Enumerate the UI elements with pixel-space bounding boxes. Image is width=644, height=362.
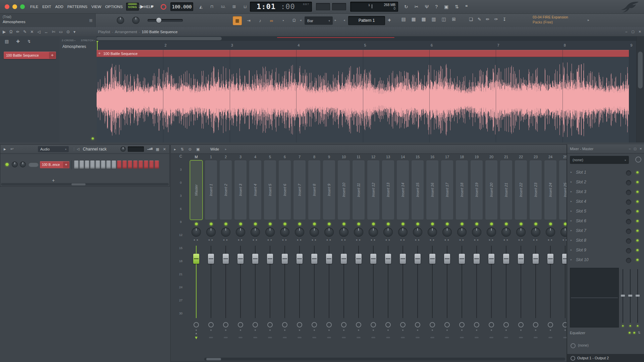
strip-fader[interactable] — [308, 244, 321, 320]
strip-stereo-sep-icon[interactable]: ◂ ▸ — [400, 238, 406, 243]
slot-mix-knob[interactable] — [626, 248, 631, 253]
loop-record-icon[interactable]: ⊔ — [241, 3, 250, 11]
updown-icon[interactable]: ⇅ — [638, 331, 641, 335]
mixer-strip-7[interactable]: 7 Insert 7 ◂ ▸ — [293, 154, 306, 362]
strip-input-selector[interactable] — [209, 337, 213, 338]
shuffle-slider[interactable] — [148, 19, 183, 22]
strip-pan-knob[interactable] — [442, 228, 452, 237]
fader-handle[interactable] — [237, 254, 244, 264]
strip-name-plate[interactable]: Insert 21 — [500, 160, 513, 220]
strip-input-selector[interactable] — [548, 337, 552, 338]
strip-solo-button[interactable] — [371, 322, 376, 327]
strip-pan-knob[interactable] — [354, 228, 363, 237]
strip-stereo-sep-icon[interactable]: ◂ ▸ — [297, 238, 302, 243]
strip-enable-led[interactable] — [490, 223, 493, 226]
mixer-view-selector[interactable]: Wide — [210, 145, 219, 154]
menu-edit[interactable]: EDIT — [40, 5, 53, 9]
step-cell-3[interactable] — [85, 161, 89, 169]
slot-mix-knob[interactable] — [626, 209, 631, 215]
strip-stereo-sep-icon[interactable]: ◂ ▸ — [312, 238, 317, 243]
strip-enable-led[interactable] — [224, 223, 227, 226]
strip-name-plate[interactable]: Insert 25 — [559, 160, 567, 220]
mixer-titlebar[interactable]: ▸⇅⊙▣ Wide ▸ — [171, 145, 567, 154]
strip-pan-knob[interactable] — [457, 228, 467, 237]
step-cell-10[interactable] — [122, 161, 127, 169]
strip-pan-knob[interactable] — [516, 228, 526, 237]
snap-prev-button[interactable]: ◂ — [300, 18, 302, 22]
strip-enable-led[interactable] — [401, 223, 405, 226]
strip-solo-button[interactable] — [194, 322, 199, 327]
strip-solo-button[interactable] — [341, 322, 346, 327]
strip-input-selector[interactable] — [489, 337, 493, 338]
timeline-scrollbar[interactable] — [97, 36, 637, 41]
strip-name-plate[interactable]: Insert 23 — [529, 160, 542, 220]
strip-enable-led[interactable] — [328, 223, 331, 226]
mixer-strip-22[interactable]: 22 Insert 22 ◂ ▸ — [514, 154, 528, 362]
fader-handle[interactable] — [223, 254, 229, 264]
strip-fader[interactable] — [529, 244, 542, 320]
strip-enable-led[interactable] — [431, 223, 434, 226]
eq-band-high[interactable] — [635, 268, 640, 327]
link-icon[interactable]: ∞ — [267, 16, 276, 25]
eq-band-led[interactable] — [637, 325, 639, 327]
strip-enable-led[interactable] — [446, 223, 449, 226]
strip-enable-led[interactable] — [534, 223, 537, 226]
strip-pan-knob[interactable] — [310, 228, 319, 237]
breadcrumb-part[interactable]: 100 Battle Sequence — [142, 30, 178, 34]
fader-handle[interactable] — [562, 254, 567, 264]
master-scroll-down-icon[interactable]: ▼ — [194, 335, 199, 340]
strip-fader[interactable] — [219, 244, 232, 320]
fader-handle[interactable] — [282, 254, 288, 264]
strip-pan-knob[interactable] — [324, 228, 334, 237]
strip-solo-button[interactable] — [459, 322, 465, 327]
mixer-strip-13[interactable]: 13 Insert 13 ◂ ▸ — [381, 154, 395, 362]
strip-input-selector[interactable] — [401, 337, 405, 338]
slot-enable-led[interactable] — [636, 249, 639, 251]
draw-tool-icon[interactable]: ✏ — [486, 17, 490, 22]
strip-fader[interactable] — [263, 244, 277, 320]
strip-stereo-sep-icon[interactable]: ◂ ▸ — [415, 238, 420, 243]
stop-button[interactable]: ■ — [151, 4, 153, 9]
strip-stereo-sep-icon[interactable]: ◂ ▸ — [533, 238, 538, 243]
playlist-clip-area[interactable]: ✛ 100 Battle Sequence — [97, 50, 637, 142]
strip-fader[interactable] — [485, 244, 498, 320]
menu-file[interactable]: FILE — [28, 5, 40, 9]
main-volume-knob[interactable] — [117, 17, 124, 24]
fader-handle[interactable] — [385, 254, 391, 264]
strip-input-selector[interactable] — [224, 337, 228, 338]
strip-stereo-sep-icon[interactable]: ◂ ▸ — [459, 238, 465, 243]
clips-tab-icon[interactable]: ▤ — [5, 39, 9, 44]
strip-stereo-sep-icon[interactable]: ◂ ▸ — [489, 238, 494, 243]
playhead-marker[interactable] — [97, 41, 98, 50]
brush-tool-icon[interactable]: ✎ — [23, 29, 26, 34]
strip-pan-knob[interactable] — [236, 228, 245, 237]
macos-close-button[interactable] — [5, 4, 9, 9]
strip-name-plate[interactable]: Insert 14 — [396, 160, 409, 220]
time-display[interactable]: 1:01 :00 B:B:T — [250, 2, 312, 12]
channel-button[interactable]: 100 B..ence ✛ — [40, 161, 69, 168]
track-status-led[interactable] — [92, 137, 94, 140]
strip-enable-led[interactable] — [313, 223, 316, 226]
playlist-vscrollbar[interactable] — [636, 36, 644, 142]
mixer-window-icon[interactable]: ▥ — [430, 16, 437, 22]
strip-pan-knob[interactable] — [221, 228, 230, 237]
plugin-slot-6[interactable]: ▸Slot 6 — [567, 217, 644, 226]
macos-zoom-button[interactable] — [20, 4, 25, 9]
tempo-display[interactable]: 100.000 — [170, 2, 193, 11]
eq-band-low[interactable] — [620, 268, 626, 327]
strip-input-selector[interactable] — [475, 337, 479, 338]
swing-knob[interactable] — [120, 146, 126, 152]
fader-handle[interactable] — [474, 254, 480, 264]
mixer-dock-icon[interactable]: ▣ — [196, 147, 200, 152]
edit-tool-icon[interactable]: ✎ — [478, 17, 481, 22]
playlist-window-icon[interactable]: ▤ — [400, 16, 407, 22]
strip-name-plate[interactable]: Insert 10 — [337, 160, 350, 220]
fader-handle[interactable] — [547, 254, 553, 264]
wait-input-icon[interactable]: ⊓ — [208, 3, 216, 11]
strip-name-plate[interactable]: Insert 18 — [455, 160, 468, 220]
graph-icon[interactable]: ▂▄▆ — [147, 147, 153, 150]
eq-fader-handle[interactable] — [636, 295, 640, 297]
strip-fader[interactable] — [367, 244, 380, 320]
blend-notes-icon[interactable]: ⊞ — [230, 3, 238, 11]
eq-led-icon[interactable] — [629, 332, 631, 334]
